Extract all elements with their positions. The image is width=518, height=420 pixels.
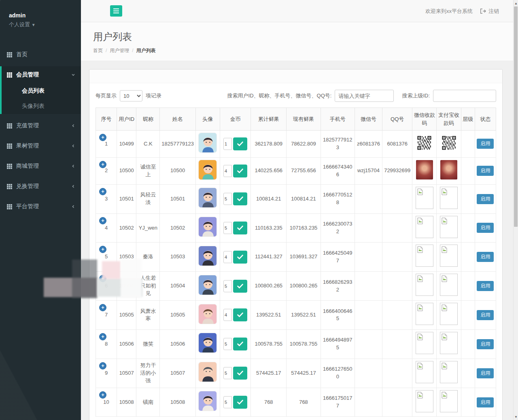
status-enabled-button[interactable]: 启用 (477, 397, 494, 407)
logout-label: 注销 (488, 8, 499, 15)
scrollbar-thumb[interactable] (514, 6, 518, 227)
broken-image-icon (440, 245, 458, 267)
status-enabled-button[interactable]: 启用 (477, 194, 494, 204)
status-enabled-button[interactable]: 启用 (477, 368, 494, 378)
coin-amount-input[interactable] (223, 309, 232, 321)
status-enabled-button[interactable]: 启用 (477, 281, 494, 291)
sidebar-item-会员管理[interactable]: 会员管理 (2, 66, 81, 83)
broken-image-icon (416, 332, 433, 354)
parent-id-search-input[interactable] (433, 90, 496, 102)
wechat-pay-code-cell (412, 359, 437, 388)
expand-row-button[interactable]: + (99, 362, 106, 369)
sidebar: admin 个人设置 ▼ 首页 会员管理 会员列表头像列表 充值管理 果树管理 … (0, 0, 81, 420)
coin-amount-input[interactable] (223, 396, 232, 408)
column-header[interactable]: QQ号 (382, 108, 412, 131)
column-header[interactable]: 微信号 (355, 108, 382, 131)
column-header[interactable]: 手机号 (321, 108, 355, 131)
coin-confirm-button[interactable] (233, 280, 247, 293)
expand-row-button[interactable]: + (99, 217, 106, 224)
avatar (198, 362, 217, 382)
coin-amount-input[interactable] (223, 338, 232, 350)
breadcrumb-item[interactable]: 用户管理 (110, 48, 129, 53)
sidebar-toggle-button[interactable] (110, 5, 122, 17)
column-header[interactable]: 金币 (220, 108, 251, 131)
user-id: 10499 (117, 131, 136, 158)
expand-row-button[interactable]: + (99, 134, 106, 141)
user-panel: admin 个人设置 ▼ (0, 0, 81, 36)
status-enabled-button[interactable]: 启用 (477, 252, 494, 262)
coin-amount-input[interactable] (223, 138, 232, 150)
scroll-down-arrow-icon[interactable]: ▼ (514, 414, 518, 420)
sidebar-item-首页[interactable]: 首页 (0, 46, 81, 63)
coin-confirm-button[interactable] (233, 192, 247, 205)
expand-row-button[interactable]: + (99, 246, 106, 253)
coin-confirm-button[interactable] (233, 396, 247, 409)
vertical-scrollbar[interactable]: ▲ ▼ (513, 0, 518, 420)
level (461, 388, 475, 417)
wechat-id: wzj15704 (355, 157, 382, 184)
sidebar-item-label: 会员管理 (16, 71, 39, 78)
coin-confirm-button[interactable] (233, 222, 247, 234)
coin-confirm-button[interactable] (233, 251, 247, 264)
column-header[interactable]: 姓名 (160, 108, 195, 131)
sidebar-item-label: 充值管理 (16, 122, 39, 129)
column-header[interactable]: 头像 (195, 108, 220, 131)
expand-row-button[interactable]: + (99, 188, 106, 195)
sidebar-item-平台管理[interactable]: 平台管理 (0, 198, 81, 215)
scroll-up-arrow-icon[interactable]: ▲ (514, 0, 518, 6)
coin-amount-input[interactable] (223, 222, 232, 234)
sidebar-item-充值管理[interactable]: 充值管理 (0, 117, 81, 134)
column-header[interactable]: 现有鲜果 (287, 108, 321, 131)
column-header[interactable]: 昵称 (136, 108, 160, 131)
coin-amount-input[interactable] (223, 165, 232, 177)
sidebar-item-果树管理[interactable]: 果树管理 (0, 137, 81, 154)
column-header[interactable]: 状态 (475, 108, 496, 131)
wechat-id (355, 184, 382, 213)
status-enabled-button[interactable]: 启用 (477, 310, 494, 320)
expand-row-button[interactable]: + (99, 391, 106, 399)
status-enabled-button[interactable]: 启用 (477, 339, 494, 349)
personal-settings-dropdown[interactable]: 个人设置 ▼ (9, 21, 72, 28)
coin-amount-input[interactable] (223, 280, 232, 292)
coin-confirm-button[interactable] (233, 338, 247, 350)
sidebar-subitem-头像列表[interactable]: 头像列表 (2, 99, 81, 114)
avatar (198, 391, 217, 411)
status-enabled-button[interactable]: 启用 (477, 166, 494, 176)
chevron-left-icon (71, 205, 75, 209)
broken-image-icon (440, 274, 458, 296)
coin-confirm-button[interactable] (233, 367, 247, 380)
coin-confirm-button[interactable] (233, 137, 247, 150)
logout-link[interactable]: 注销 (480, 8, 499, 15)
expand-row-button[interactable]: + (99, 333, 106, 340)
real-name: 10507 (160, 359, 195, 388)
per-page-control: 每页显示 10 项记录 (96, 90, 161, 101)
sidebar-subitem-会员列表[interactable]: 会员列表 (2, 83, 81, 99)
coin-amount-input[interactable] (223, 193, 232, 205)
coin-confirm-button[interactable] (233, 165, 247, 177)
sidebar-item-商城管理[interactable]: 商城管理 (0, 158, 81, 175)
wechat-id: z6081376 (355, 131, 382, 158)
column-header[interactable]: 用户ID (117, 108, 136, 131)
menu-section: 商城管理 (0, 158, 81, 175)
column-header[interactable]: 微信收款码 (412, 108, 437, 131)
coin-confirm-button[interactable] (233, 308, 247, 321)
status-enabled-button[interactable]: 启用 (477, 223, 494, 233)
sidebar-item-兑换管理[interactable]: 兑换管理 (0, 178, 81, 195)
expand-row-button[interactable]: + (99, 275, 106, 282)
broken-image-icon (416, 390, 433, 412)
keyword-search-input[interactable] (335, 90, 394, 102)
alipay-code-cell (437, 131, 461, 158)
column-header[interactable]: 累计鲜果 (251, 108, 287, 131)
breadcrumb-item[interactable]: 首页 (93, 48, 103, 53)
per-page-select[interactable]: 10 (120, 90, 142, 101)
expand-row-button[interactable]: + (99, 161, 106, 168)
expand-row-button[interactable]: + (99, 304, 106, 311)
status-enabled-button[interactable]: 启用 (477, 139, 494, 149)
alipay-code-cell (437, 301, 461, 330)
coin-amount-input[interactable] (223, 251, 232, 263)
column-header[interactable]: 序号 (96, 108, 117, 131)
real-name: 10502 (160, 213, 195, 243)
coin-amount-input[interactable] (223, 367, 232, 379)
column-header[interactable]: 层级 (461, 108, 475, 131)
column-header[interactable]: 支付宝收款码 (437, 108, 461, 131)
